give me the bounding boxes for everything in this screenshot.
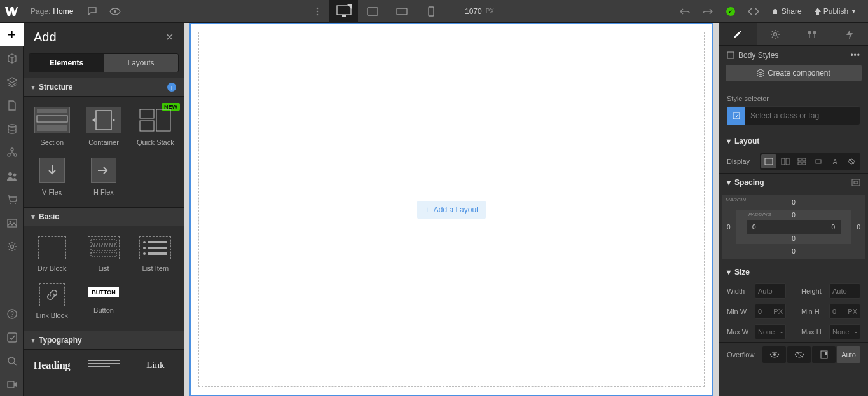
search-icon[interactable]	[0, 349, 24, 372]
el-h-flex[interactable]: H Flex	[78, 153, 129, 202]
preview-icon[interactable]	[104, 0, 127, 23]
section-structure[interactable]: ▾Structure i	[24, 78, 184, 97]
el-link[interactable]: Link	[130, 355, 181, 372]
share-button[interactable]: Share	[765, 7, 808, 16]
section-spacing[interactable]: ▾Spacing	[719, 173, 868, 191]
display-grid-icon[interactable]	[794, 154, 809, 168]
canvas-body[interactable]: + Add a Layout	[198, 32, 705, 387]
tab-interactions-icon[interactable]	[831, 23, 869, 45]
canvas-width-display[interactable]: 1070 PX	[465, 7, 494, 16]
section-layout[interactable]: ▾Layout	[719, 132, 868, 150]
overflow-auto-button[interactable]: Auto	[837, 346, 860, 363]
page-icon[interactable]	[0, 93, 24, 117]
layers-icon[interactable]	[0, 70, 24, 93]
page-name[interactable]: Home	[53, 7, 81, 16]
cube-icon[interactable]	[0, 46, 24, 70]
class-selector-input[interactable]: Select a class or tag	[727, 106, 860, 125]
tab-variables-icon[interactable]	[794, 23, 831, 45]
display-label: Display	[727, 158, 756, 165]
code-icon[interactable]	[742, 0, 765, 23]
comments-icon[interactable]	[81, 0, 104, 23]
users-icon[interactable]	[0, 164, 24, 188]
publish-button[interactable]: Publish ▼	[808, 7, 863, 16]
bp-mobile-icon[interactable]	[417, 0, 446, 23]
height-input[interactable]: Auto-	[829, 283, 860, 299]
bp-tablet-icon[interactable]	[358, 0, 387, 23]
tab-settings-icon[interactable]	[757, 23, 794, 45]
svg-rect-39	[148, 247, 167, 249]
tab-elements[interactable]: Elements	[29, 54, 104, 72]
svg-rect-32	[140, 121, 154, 131]
spacing-expand-icon[interactable]	[851, 179, 860, 186]
canvas-width-unit: PX	[486, 8, 494, 15]
el-container[interactable]: Container	[78, 102, 129, 153]
nodes-icon[interactable]	[0, 140, 24, 164]
el-section[interactable]: Section	[26, 102, 78, 153]
svg-rect-49	[733, 113, 740, 119]
section-basic[interactable]: ▾Basic	[24, 207, 184, 226]
selector-icon	[727, 107, 745, 125]
maxw-input[interactable]: None-	[755, 324, 786, 339]
el-button[interactable]: BUTTON Button	[78, 278, 129, 325]
el-v-flex[interactable]: V Flex	[26, 153, 78, 202]
create-component-button[interactable]: Create component	[726, 65, 862, 81]
el-heading[interactable]: Heading	[26, 355, 78, 372]
svg-rect-54	[803, 158, 806, 161]
tab-layouts[interactable]: Layouts	[104, 54, 178, 72]
el-list[interactable]: List	[78, 231, 129, 278]
status-icon[interactable]: ✓	[719, 0, 742, 23]
webflow-logo-icon[interactable]	[0, 0, 23, 23]
cart-icon[interactable]	[0, 188, 24, 211]
display-inline-block-icon[interactable]	[811, 154, 826, 168]
el-paragraph[interactable]	[78, 355, 129, 372]
spacing-box[interactable]: MARGIN PADDING 0 0 0 0 0 0 0 0	[722, 195, 865, 259]
el-div-block[interactable]: Div Block	[26, 231, 78, 278]
gear-icon[interactable]	[0, 235, 24, 258]
bp-desktop-icon[interactable]	[329, 0, 358, 23]
el-list-item[interactable]: List Item	[130, 231, 181, 278]
body-styles-label: Body Styles	[738, 51, 778, 60]
svg-point-20	[10, 245, 13, 248]
check-icon[interactable]	[0, 325, 24, 349]
info-icon[interactable]: i	[167, 83, 176, 92]
svg-point-3	[317, 13, 319, 15]
section-size[interactable]: ▾Size	[719, 263, 868, 281]
more-icon[interactable]: •••	[850, 51, 860, 60]
undo-icon[interactable]	[673, 0, 696, 23]
close-icon[interactable]: ✕	[165, 31, 174, 43]
add-panel-tabs: Elements Layouts	[29, 53, 179, 72]
svg-rect-63	[825, 352, 827, 355]
overflow-hidden-icon[interactable]	[787, 346, 811, 363]
overflow-scroll-icon[interactable]	[812, 346, 836, 363]
display-block-icon[interactable]	[761, 154, 776, 168]
database-icon[interactable]	[0, 117, 24, 140]
minw-input[interactable]: 0PX	[755, 304, 786, 319]
svg-text:?: ?	[10, 311, 14, 318]
svg-rect-34	[91, 246, 116, 250]
width-input[interactable]: Auto-	[755, 283, 786, 299]
display-flex-icon[interactable]	[778, 154, 793, 168]
overflow-visible-icon[interactable]	[762, 346, 786, 363]
el-link-block[interactable]: Link Block	[26, 278, 78, 325]
help-icon[interactable]: ?	[0, 302, 24, 325]
display-none-icon[interactable]	[844, 154, 859, 168]
svg-point-14	[8, 172, 12, 176]
image-icon[interactable]	[0, 211, 24, 235]
tab-style-icon[interactable]	[719, 23, 757, 45]
more-vert-icon[interactable]	[306, 0, 329, 23]
add-layout-button[interactable]: + Add a Layout	[417, 201, 486, 219]
section-typography[interactable]: ▾Typography	[24, 331, 184, 350]
minh-input[interactable]: 0PX	[829, 304, 860, 319]
redo-icon[interactable]	[696, 0, 719, 23]
svg-rect-56	[803, 162, 806, 165]
svg-rect-42	[88, 360, 120, 361]
svg-point-38	[143, 247, 146, 249]
el-quick-stack[interactable]: NEW Quick Stack	[130, 102, 181, 153]
add-icon[interactable]: +	[0, 23, 24, 46]
canvas[interactable]: + Add a Layout	[189, 23, 713, 396]
svg-rect-9	[429, 7, 434, 16]
maxh-input[interactable]: None-	[829, 324, 860, 339]
video-icon[interactable]	[0, 372, 24, 396]
display-inline-icon[interactable]: A	[827, 154, 843, 168]
bp-mobile-landscape-icon[interactable]	[387, 0, 417, 23]
